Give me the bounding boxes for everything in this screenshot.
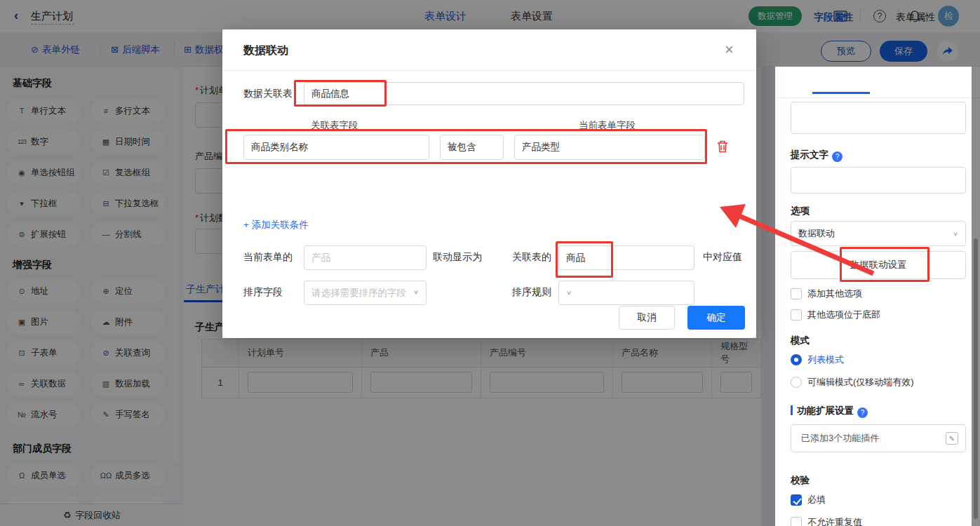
help-icon[interactable]: ? — [832, 151, 843, 162]
checkbox-icon — [791, 517, 802, 526]
hint-text-input[interactable] — [791, 167, 966, 194]
divider — [222, 70, 756, 71]
related-table-label: 关联表的 — [512, 251, 551, 264]
mode-label: 模式 — [791, 335, 810, 347]
no-duplicate-checkbox[interactable]: 不允许重复值 — [791, 516, 862, 526]
current-form-label: 当前表单的 — [243, 251, 293, 264]
show-as-label: 联动显示为 — [433, 251, 482, 264]
chevron-down-icon: ∨ — [413, 289, 419, 296]
close-icon[interactable]: × — [725, 41, 734, 59]
link-table-label: 数据关联表 — [243, 88, 293, 100]
checkbox-icon — [791, 288, 802, 299]
value-of-label: 中对应值 — [703, 251, 742, 264]
list-mode-radio[interactable]: 列表模式 — [791, 353, 844, 366]
modal-backdrop[interactable] — [972, 0, 980, 526]
sort-field-label: 排序字段 — [243, 286, 283, 299]
sort-field-select[interactable] — [304, 281, 427, 305]
add-condition-link[interactable]: + 添加关联条件 — [243, 219, 309, 231]
annotation-box-related-value — [556, 241, 613, 278]
annotation-box-linkage-setting — [840, 247, 929, 282]
required-checkbox[interactable]: 必填 — [791, 494, 826, 506]
options-source-select[interactable]: 数据联动∨ — [791, 221, 966, 246]
confirm-button[interactable]: 确定 — [687, 306, 745, 330]
current-form-field-input[interactable] — [304, 245, 427, 270]
modal-backdrop[interactable] — [775, 0, 972, 67]
dialog-title: 数据联动 — [243, 43, 288, 58]
radio-icon — [791, 377, 802, 388]
checkbox-icon — [791, 309, 802, 321]
hint-text-label: 提示文字? — [791, 149, 843, 162]
sort-rule-label: 排序规则 — [512, 286, 551, 299]
other-option-bottom-checkbox[interactable]: 其他选项位于底部 — [791, 309, 880, 321]
chevron-down-icon: ∨ — [953, 230, 958, 237]
modal-backdrop[interactable] — [756, 0, 775, 526]
modal-backdrop[interactable] — [222, 0, 756, 29]
extension-settings-label: 功能扩展设置? — [791, 405, 868, 418]
form-designer-app: ‹ 生产计划 表单设计 表单设置 数据管理 ? 检 ⊘表单外链 ⊠后端脚本 ⊞数… — [0, 0, 980, 526]
annotation-box-condition-row — [225, 129, 707, 164]
checkbox-checked-icon — [791, 494, 802, 506]
annotation-box-link-table — [294, 80, 387, 107]
chevron-down-icon: ∨ — [566, 290, 572, 297]
options-label: 选项 — [791, 205, 810, 217]
modal-backdrop[interactable] — [222, 338, 756, 526]
help-icon[interactable]: ? — [857, 407, 868, 418]
radio-icon — [791, 354, 802, 365]
extension-summary-box[interactable]: 已添加3个功能插件✎ — [791, 424, 966, 452]
add-other-option-checkbox[interactable]: 添加其他选项 — [791, 288, 862, 300]
cancel-button[interactable]: 取消 — [619, 306, 675, 330]
section-bar — [791, 405, 793, 415]
active-tab-underline — [812, 92, 870, 94]
divider — [775, 97, 980, 98]
panel-empty-box[interactable] — [791, 102, 966, 134]
sort-rule-select[interactable]: ∨ — [558, 281, 694, 305]
editable-mode-radio[interactable]: 可编辑模式(仅移动端有效) — [791, 376, 914, 389]
edit-icon[interactable]: ✎ — [946, 432, 958, 445]
data-linkage-dialog: 数据联动 × 数据关联表 商品信息∨ 关联表字段 当前表单字段 商品类别名称∨ … — [222, 29, 756, 338]
validation-label: 校验 — [791, 474, 810, 487]
modal-backdrop[interactable] — [0, 0, 222, 526]
